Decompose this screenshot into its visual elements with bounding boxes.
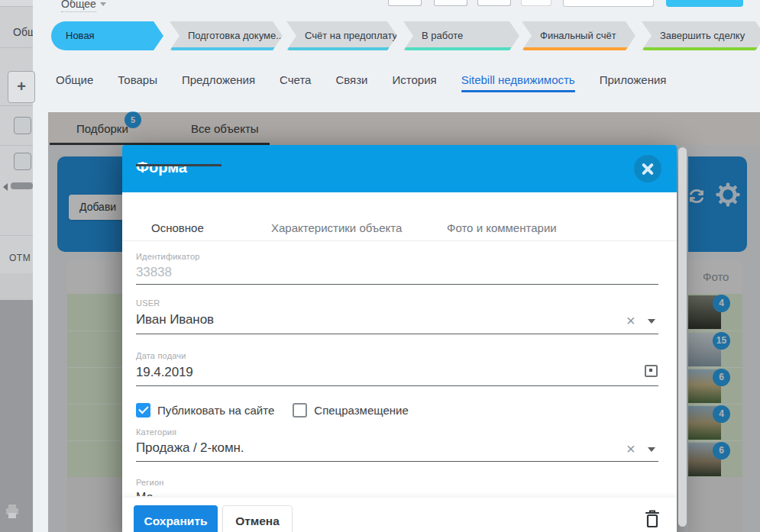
field-divider — [136, 284, 658, 285]
sidebar-list-row[interactable] — [0, 105, 33, 146]
tab-links[interactable]: Связи — [335, 73, 367, 92]
stage-in-progress[interactable]: В работе — [403, 21, 519, 50]
pipeline-filter-dropdown[interactable]: Общее — [61, 0, 106, 10]
save-button[interactable]: Сохранить — [134, 505, 218, 532]
modal-title: Форма — [136, 159, 187, 176]
clear-icon[interactable]: × — [626, 314, 635, 327]
chevron-down-icon — [100, 2, 106, 6]
date-field[interactable]: 19.4.2019 — [136, 365, 193, 380]
topbar-button-partial[interactable] — [434, 0, 467, 6]
modal-footer: Сохранить Отмена — [122, 498, 677, 532]
publish-checkbox-label: Публиковать на сайте — [157, 404, 274, 417]
tab-sitebill-realestate[interactable]: Sitebill недвижимость — [461, 73, 575, 92]
stage-accent — [288, 47, 396, 50]
field-divider — [136, 334, 658, 334]
tab-general[interactable]: Общие — [56, 73, 93, 92]
stage-accent — [171, 47, 281, 50]
active-modal-tab-underline — [136, 164, 222, 166]
subtab-selections[interactable]: Подборки — [76, 122, 128, 135]
tab-products[interactable]: Товары — [118, 73, 157, 92]
stage-accent — [523, 47, 634, 50]
cancel-action-label: ОТМ — [9, 253, 33, 263]
chevron-down-icon[interactable] — [648, 319, 655, 324]
sidebar-block — [0, 273, 33, 300]
topbar-button-partial[interactable] — [477, 0, 511, 6]
row-checkbox[interactable] — [14, 117, 31, 134]
category-field[interactable]: Продажа / 2-комн. — [136, 440, 244, 456]
clear-icon[interactable]: × — [626, 442, 635, 456]
sidebar-lower-area — [0, 300, 33, 532]
stage-prepay-invoice[interactable]: Счёт на предоплату — [286, 21, 397, 50]
photo-count-badge: 4 — [713, 405, 730, 423]
special-placement-checkbox[interactable] — [293, 403, 307, 418]
selections-count-badge: 5 — [125, 111, 141, 128]
object-photo-thumbnail — [686, 369, 721, 403]
sitebill-subtabs: Подборки 5 Все объекты — [48, 112, 760, 145]
publish-checkbox[interactable] — [136, 403, 150, 418]
row-checkbox[interactable] — [14, 153, 31, 170]
photo-count-badge: 15 — [713, 332, 730, 350]
deal-tabs: Общие Товары Предложения Счета Связи Ист… — [56, 73, 666, 92]
tab-invoices[interactable]: Счета — [280, 73, 311, 92]
field-divider — [136, 385, 658, 386]
photo-count-badge: 6 — [713, 369, 730, 386]
stage-accent — [643, 47, 760, 50]
special-placement-label: Спецразмещение — [314, 404, 408, 417]
object-photo-thumbnail — [686, 333, 721, 366]
modal-tab-photos-comments[interactable]: Фото и комментарии — [447, 221, 557, 234]
printer-icon[interactable] — [5, 504, 20, 521]
stage-final-invoice[interactable]: Финальный счёт — [522, 21, 635, 50]
form-modal: Форма Основное Характеристики объекта Фо… — [122, 145, 677, 532]
close-icon[interactable] — [634, 155, 661, 182]
pipeline-filter-label: Общее — [61, 0, 96, 12]
region-field[interactable]: Мо — [136, 491, 228, 496]
user-label: USER — [136, 298, 160, 308]
calendar-icon[interactable] — [645, 365, 658, 377]
gear-icon[interactable] — [715, 182, 741, 208]
photo-column-header: Фото — [703, 270, 729, 283]
page: Общ + ОТМ Общее — [0, 0, 760, 532]
photo-count-badge: 4 — [713, 295, 730, 312]
sidebar-list-row[interactable] — [0, 145, 33, 178]
tab-history[interactable]: История — [392, 73, 436, 92]
stage-close-deal[interactable]: Завершить сделку — [642, 21, 760, 50]
publish-options-row: Публиковать на сайте Спецразмещение — [136, 403, 409, 418]
modal-tab-main[interactable]: Основное — [151, 221, 204, 234]
subtab-all-objects[interactable]: Все объекты — [191, 122, 259, 135]
cancel-button[interactable]: Отмена — [222, 505, 293, 532]
stage-docs[interactable]: Подготовка докуме... — [170, 21, 283, 50]
modal-tabs: Основное Характеристики объекта Фото и к… — [122, 221, 677, 241]
sidebar-cancel-row[interactable]: ОТМ — [0, 235, 33, 274]
deal-stage-bar: Новая Подготовка докуме... Счёт на предо… — [48, 21, 760, 51]
topbar-input-partial[interactable] — [563, 0, 654, 7]
scroll-left-icon[interactable] — [3, 183, 8, 191]
identifier-value: 33838 — [136, 265, 172, 280]
stage-new[interactable]: Новая — [51, 21, 163, 50]
tab-apps[interactable]: Приложения — [600, 73, 667, 92]
plus-icon: + — [17, 78, 26, 95]
sidebar-header-row: Общ — [0, 6, 33, 48]
chevron-down-icon[interactable] — [648, 447, 655, 452]
sidebar-header-label: Общ — [13, 26, 33, 38]
trash-icon[interactable] — [644, 508, 661, 529]
add-button[interactable]: + — [8, 71, 35, 103]
left-sidebar: Общ + ОТМ — [0, 0, 33, 532]
user-field[interactable]: Иван Иванов — [136, 312, 214, 327]
topbar-button-partial[interactable] — [521, 0, 551, 6]
horizontal-scrollbar[interactable] — [0, 178, 33, 193]
field-divider — [136, 461, 658, 462]
date-label: Дата подачи — [136, 351, 186, 360]
modal-tab-object-characteristics[interactable]: Характеристики объекта — [271, 221, 402, 234]
refresh-icon[interactable] — [686, 185, 707, 208]
identifier-label: Идентификатор — [136, 252, 200, 261]
topbar-button-partial[interactable] — [388, 0, 422, 6]
modal-scrollbar-thumb[interactable] — [678, 147, 687, 527]
modal-header: Форма — [122, 145, 677, 192]
tab-quotes[interactable]: Предложения — [182, 73, 255, 92]
sidebar-empty-row — [0, 193, 33, 236]
object-photo-thumbnail — [686, 406, 721, 440]
photo-count-badge: 6 — [713, 442, 730, 459]
scrollbar-thumb[interactable] — [11, 182, 33, 189]
object-photo-thumbnail — [686, 295, 721, 329]
topbar-primary-button-partial[interactable] — [666, 0, 743, 7]
